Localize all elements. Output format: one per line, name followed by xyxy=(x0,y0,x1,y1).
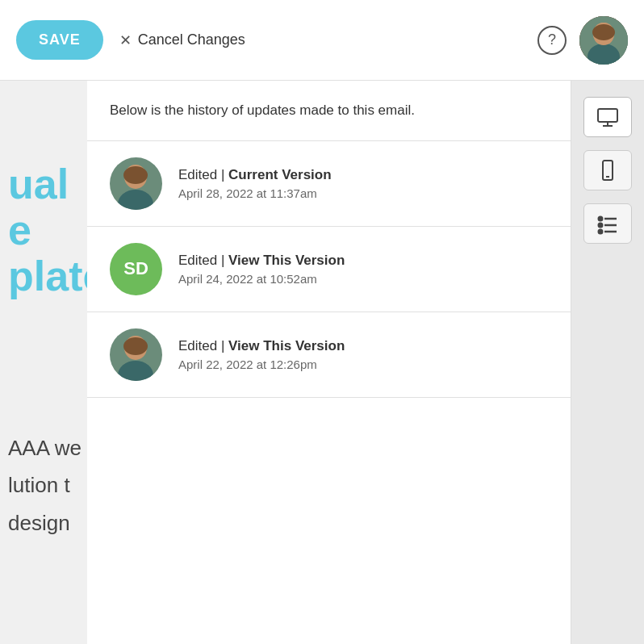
svg-point-18 xyxy=(599,217,603,221)
svg-point-8 xyxy=(123,166,148,184)
list-view-button[interactable] xyxy=(583,203,632,244)
history-avatar-2: SD xyxy=(110,243,162,295)
svg-rect-13 xyxy=(598,109,617,122)
help-symbol: ? xyxy=(548,31,556,48)
history-date-3: April 22, 2022 at 12:26pm xyxy=(178,358,548,371)
help-icon-button[interactable]: ? xyxy=(537,26,567,55)
history-title-2: Edited | View This Version xyxy=(178,253,548,269)
header: SAVE ✕ Cancel Changes ? xyxy=(0,0,644,81)
mobile-icon xyxy=(596,159,619,182)
panel-description: Below is the history of updates made to … xyxy=(87,81,571,141)
history-date-2: April 24, 2022 at 10:52am xyxy=(178,272,548,286)
history-item: Edited | Current Version April 28, 2022 … xyxy=(87,141,571,227)
avatar-image xyxy=(579,16,628,65)
right-sidebar xyxy=(571,81,644,644)
history-info-2: Edited | View This Version April 24, 202… xyxy=(178,253,548,286)
history-panel: Below is the history of updates made to … xyxy=(87,81,571,644)
user-avatar[interactable] xyxy=(579,16,628,65)
cancel-label: Cancel Changes xyxy=(138,31,245,48)
initials-avatar: SD xyxy=(110,243,162,295)
mobile-view-button[interactable] xyxy=(583,150,632,190)
svg-point-22 xyxy=(599,230,603,234)
history-info-3: Edited | View This Version April 22, 202… xyxy=(178,338,548,371)
history-item: Edited | View This Version April 22, 202… xyxy=(87,312,571,398)
partial-text-top: ual e plate xyxy=(8,161,87,300)
save-button[interactable]: SAVE xyxy=(16,20,103,60)
desktop-view-button[interactable] xyxy=(583,97,632,137)
cancel-changes-button[interactable]: ✕ Cancel Changes xyxy=(119,31,245,49)
history-item: SD Edited | View This Version April 24, … xyxy=(87,227,571,312)
history-title-1: Edited | Current Version xyxy=(178,167,548,183)
list-icon xyxy=(596,212,619,235)
svg-point-20 xyxy=(599,224,603,228)
svg-point-4 xyxy=(592,24,615,40)
svg-point-12 xyxy=(123,337,148,355)
x-icon: ✕ xyxy=(119,31,132,49)
desktop-icon xyxy=(596,106,619,128)
history-avatar-3 xyxy=(110,328,162,381)
history-avatar-1 xyxy=(110,157,162,210)
history-info-1: Edited | Current Version April 28, 2022 … xyxy=(178,167,548,200)
left-background: ual e plate AAA we lution t design xyxy=(0,81,87,644)
history-date-1: April 28, 2022 at 11:37am xyxy=(178,186,548,200)
history-title-3: Edited | View This Version xyxy=(178,338,548,354)
partial-text-bottom: AAA we lution t design xyxy=(8,429,87,542)
